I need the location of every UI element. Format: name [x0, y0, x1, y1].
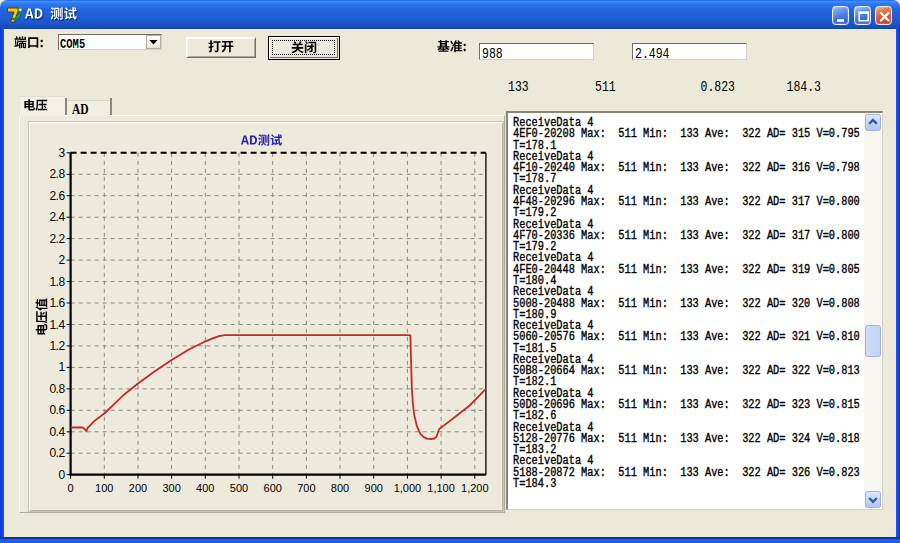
svg-text:0.8: 0.8: [49, 382, 65, 396]
svg-text:1.8: 1.8: [49, 275, 65, 289]
svg-text:2.8: 2.8: [49, 167, 65, 181]
svg-text:1: 1: [58, 360, 65, 374]
svg-text:300: 300: [162, 482, 180, 494]
svg-text:100: 100: [95, 482, 113, 494]
svg-text:0: 0: [58, 468, 65, 482]
svg-text:2: 2: [58, 253, 65, 267]
svg-text:1,000: 1,000: [394, 482, 422, 494]
svg-text:2.2: 2.2: [49, 232, 65, 246]
svg-text:1.4: 1.4: [49, 318, 65, 332]
svg-text:600: 600: [264, 482, 282, 494]
svg-text:1.6: 1.6: [49, 296, 65, 310]
svg-text:0.2: 0.2: [49, 446, 65, 460]
svg-text:2.6: 2.6: [49, 189, 65, 203]
svg-text:800: 800: [331, 482, 349, 494]
svg-text:900: 900: [365, 482, 383, 494]
svg-text:200: 200: [129, 482, 147, 494]
svg-text:1,100: 1,100: [427, 482, 455, 494]
svg-text:700: 700: [297, 482, 315, 494]
svg-text:0.6: 0.6: [49, 403, 65, 417]
svg-text:2.4: 2.4: [49, 210, 65, 224]
svg-text:1,200: 1,200: [461, 482, 489, 494]
svg-text:1.2: 1.2: [49, 339, 65, 353]
svg-text:3: 3: [58, 146, 65, 160]
svg-text:500: 500: [230, 482, 248, 494]
svg-text:0: 0: [68, 482, 74, 494]
svg-text:0.4: 0.4: [49, 425, 65, 439]
svg-text:400: 400: [196, 482, 214, 494]
